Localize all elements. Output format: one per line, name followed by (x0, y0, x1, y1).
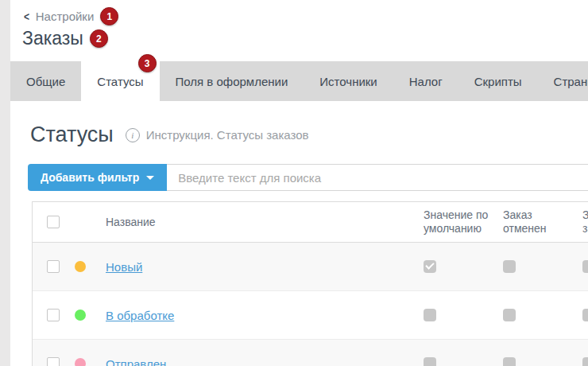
order-canceled-checkbox (503, 357, 516, 366)
caret-down-icon (146, 176, 154, 180)
tab-страница[interactable]: Страница (538, 61, 588, 101)
tab-скрипты[interactable]: Скрипты (458, 61, 538, 101)
default-value-checkbox (424, 260, 436, 273)
order-canceled-checkbox (503, 260, 516, 273)
statuses-content: Статусы i Инструкция. Статусы заказов До… (10, 123, 588, 366)
tab-поля-в-оформлении[interactable]: Поля в оформлении (160, 61, 304, 101)
status-color-dot (75, 358, 86, 366)
chevron-left-icon: < (24, 10, 29, 23)
table-row: В обработке (33, 290, 588, 339)
add-filter-button[interactable]: Добавить фильтр (28, 164, 167, 191)
status-name-link[interactable]: Новый (106, 260, 142, 274)
status-name-link[interactable]: В обработке (106, 309, 174, 322)
page-header: < Настройки 1 Заказы 2 (10, 0, 588, 49)
instruction-note: i Инструкция. Статусы заказов (126, 128, 309, 142)
status-color-dot (75, 261, 86, 272)
tab-источники[interactable]: Источники (304, 61, 393, 101)
tutorial-badge-2: 2 (90, 29, 108, 48)
column-header-name: Название (98, 202, 420, 242)
table-row: Отправлен (33, 339, 588, 366)
default-value-checkbox (424, 357, 436, 366)
orders-settings-page: < Настройки 1 Заказы 2 Общие Статусы 3 П… (10, 0, 588, 366)
order-canceled-checkbox (503, 309, 516, 321)
add-filter-label: Добавить фильтр (41, 171, 139, 184)
breadcrumb: < Настройки 1 (23, 7, 588, 25)
order-completed-checkbox (582, 309, 588, 321)
table-row: Новый (33, 243, 588, 290)
row-select-checkbox[interactable] (47, 357, 60, 366)
tab-статусы[interactable]: Статусы 3 (81, 61, 159, 101)
column-header-completed: Заказ завершен (579, 202, 588, 242)
section-title: Статусы (30, 123, 114, 147)
instruction-text: Инструкция. Статусы заказов (146, 128, 309, 142)
statuses-table: Название Значение по умолчанию Заказ отм… (32, 201, 588, 366)
tutorial-badge-1: 1 (100, 7, 118, 25)
order-completed-checkbox (582, 357, 588, 366)
settings-tabbar: Общие Статусы 3 Поля в оформлении Источн… (10, 61, 588, 101)
table-header-row: Название Значение по умолчанию Заказ отм… (33, 202, 588, 243)
tab-налог[interactable]: Налог (393, 61, 458, 101)
row-select-checkbox[interactable] (47, 309, 60, 321)
order-completed-checkbox (582, 260, 588, 273)
column-header-default: Значение по умолчанию (420, 202, 500, 242)
breadcrumb-settings-link[interactable]: Настройки (36, 10, 95, 23)
title-row: Заказы 2 (22, 28, 588, 49)
table-body: Новый В обработке (33, 243, 588, 366)
page-title: Заказы (22, 28, 83, 49)
search-input[interactable] (167, 164, 588, 191)
outer-gray-strip (0, 0, 10, 366)
tab-общие[interactable]: Общие (10, 61, 81, 101)
default-value-checkbox (424, 309, 436, 321)
filter-bar: Добавить фильтр (28, 164, 588, 191)
status-color-dot (75, 310, 86, 321)
select-all-checkbox[interactable] (47, 216, 60, 228)
color-column-header (71, 202, 98, 242)
tutorial-badge-3: 3 (138, 54, 157, 72)
info-icon[interactable]: i (126, 128, 140, 142)
section-head: Статусы i Инструкция. Статусы заказов (28, 123, 588, 147)
status-name-link[interactable]: Отправлен (106, 357, 166, 366)
column-header-canceled: Заказ отменен (500, 202, 579, 242)
row-select-checkbox[interactable] (47, 260, 60, 273)
